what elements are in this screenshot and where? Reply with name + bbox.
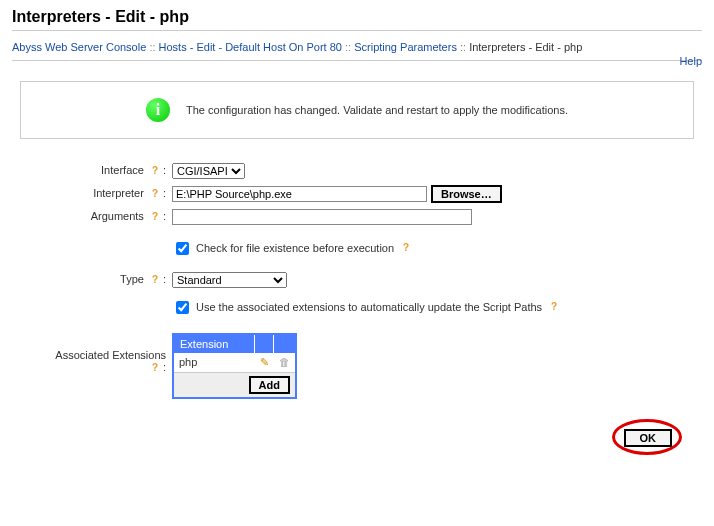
add-button[interactable]: Add	[249, 376, 290, 394]
help-icon[interactable]: ?	[149, 188, 161, 200]
help-link[interactable]: Help	[679, 53, 702, 70]
help-icon[interactable]: ?	[149, 362, 161, 374]
breadcrumb: Abyss Web Server Console :: Hosts - Edit…	[12, 39, 702, 56]
interpreter-input[interactable]	[172, 186, 427, 202]
edit-icon[interactable]: ✎	[260, 356, 269, 368]
arguments-input[interactable]	[172, 209, 472, 225]
breadcrumb-current: Interpreters - Edit - php	[469, 41, 582, 53]
help-icon[interactable]: ?	[149, 165, 161, 177]
type-select[interactable]: Standard	[172, 272, 287, 288]
use-associated-checkbox[interactable]	[176, 301, 189, 314]
type-label: Type ?:	[12, 273, 172, 286]
help-icon[interactable]: ?	[149, 274, 161, 286]
interpreter-label: Interpreter ?:	[12, 187, 172, 200]
help-icon[interactable]: ?	[548, 301, 560, 313]
breadcrumb-hosts[interactable]: Hosts - Edit - Default Host On Port 80	[159, 41, 342, 53]
browse-button[interactable]: Browse…	[431, 185, 502, 203]
interface-select[interactable]: CGI/ISAPI	[172, 163, 245, 179]
breadcrumb-console[interactable]: Abyss Web Server Console	[12, 41, 146, 53]
associated-ext-label: Associated Extensions ?:	[12, 331, 172, 374]
help-icon[interactable]: ?	[400, 242, 412, 254]
info-icon: i	[146, 98, 170, 122]
check-existence-checkbox[interactable]	[176, 242, 189, 255]
notice-text: The configuration has changed. Validate …	[186, 104, 568, 116]
check-existence-label: Check for file existence before executio…	[196, 242, 394, 254]
divider	[12, 30, 702, 31]
arguments-label: Arguments ?:	[12, 210, 172, 223]
notice-bar: i The configuration has changed. Validat…	[20, 81, 694, 139]
divider	[12, 60, 702, 61]
use-associated-label: Use the associated extensions to automat…	[196, 301, 542, 313]
ok-button[interactable]: OK	[624, 429, 673, 447]
page-title: Interpreters - Edit - php	[12, 8, 702, 26]
help-icon[interactable]: ?	[149, 211, 161, 223]
ext-header: Extension	[174, 335, 255, 353]
table-row: php ✎ 🗑	[174, 353, 295, 372]
ext-value: php	[174, 353, 255, 372]
delete-icon[interactable]: 🗑	[279, 356, 290, 368]
interface-label: Interface ?:	[12, 164, 172, 177]
extensions-table: Extension php ✎ 🗑 Add	[172, 333, 297, 399]
breadcrumb-scripting[interactable]: Scripting Parameters	[354, 41, 457, 53]
